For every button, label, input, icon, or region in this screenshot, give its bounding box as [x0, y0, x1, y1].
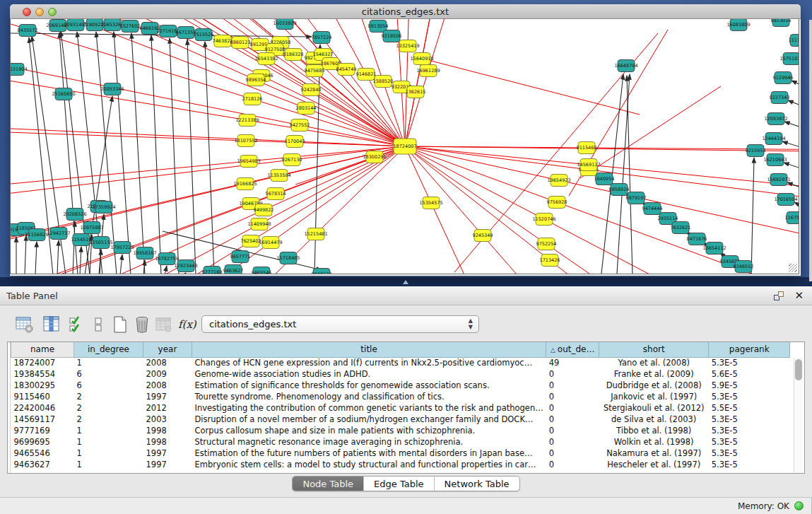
network-node[interactable]: 20531904	[11, 64, 28, 76]
new-table-icon[interactable]	[111, 315, 129, 334]
table-cell[interactable]: 2009	[143, 368, 192, 380]
table-cell[interactable]: Changes of HCN gene expression and I(f) …	[192, 357, 546, 368]
network-node[interactable]: 8940123	[312, 269, 332, 275]
table-row[interactable]: 1456911722003Disruption of a novel membe…	[11, 414, 790, 425]
table-cell[interactable]: 1	[74, 436, 143, 448]
table-cell[interactable]: Stergiakouli et al. (2012)	[599, 402, 709, 414]
table-cell[interactable]: 0	[546, 459, 599, 470]
table-row[interactable]: 1938455462009Genome-wide association stu…	[11, 368, 790, 380]
table-cell[interactable]: 1	[74, 448, 143, 459]
table-cell[interactable]: 1998	[143, 425, 192, 436]
table-cell[interactable]: 5.5E-5	[709, 402, 790, 414]
table-row[interactable]: 946362711997Embryonic stem cells: a mode…	[11, 459, 790, 470]
network-node[interactable]: 9465546	[252, 267, 272, 275]
network-node[interactable]: 9777169	[202, 267, 223, 275]
table-row[interactable]: 911546021997Tourette syndrome. Phenomeno…	[11, 391, 790, 402]
table-cell[interactable]: 1998	[143, 436, 192, 448]
network-node[interactable]: 6879197	[626, 192, 647, 204]
network-node[interactable]: 1588520	[373, 76, 394, 88]
table-cell[interactable]: Tourette syndrome. Phenomenology and cla…	[192, 391, 546, 402]
network-node[interactable]: 15718485	[276, 252, 300, 264]
table-cell[interactable]: 2	[74, 391, 143, 402]
network-node[interactable]: 8454749	[336, 64, 357, 76]
network-node[interactable]: 1713426	[540, 255, 560, 267]
network-node[interactable]: 14569117	[577, 159, 600, 171]
table-scrollbar-thumb[interactable]	[795, 359, 802, 380]
table-cell[interactable]: Franke et al. (2009)	[599, 368, 709, 380]
table-row[interactable]: 1830029562008Estimation of significance …	[11, 380, 790, 391]
window-title-bar[interactable]: citations_edges.txt	[10, 4, 801, 19]
network-node[interactable]: 15751074	[779, 53, 799, 65]
network-node[interactable]: 16033809	[273, 19, 296, 30]
network-node[interactable]: 16961289	[416, 65, 440, 77]
network-node[interactable]: 8471676	[687, 233, 707, 245]
network-node[interactable]: 1154519	[71, 234, 92, 246]
network-node[interactable]: 11156829	[25, 229, 48, 241]
network-node[interactable]: 9427552	[290, 119, 310, 132]
network-node[interactable]: 9218506	[382, 30, 402, 42]
network-node[interactable]: 15640910	[410, 53, 433, 65]
table-cell[interactable]: 2008	[143, 380, 192, 391]
table-cell[interactable]: Estimation of the future numbers of pati…	[192, 448, 546, 459]
network-node[interactable]: 12505135	[89, 237, 112, 249]
table-cell[interactable]: 5.3E-5	[709, 425, 790, 436]
table-cell[interactable]: Yano et al. (2008)	[599, 357, 709, 368]
network-node[interactable]: 15692971	[767, 174, 790, 186]
table-cell[interactable]: 9777169	[11, 425, 74, 436]
network-node[interactable]: 1117530	[789, 35, 799, 47]
table-cell[interactable]: 0	[546, 448, 599, 459]
table-cell[interactable]: 0	[546, 391, 599, 402]
table-cell[interactable]: Corpus callosum shape and size in male p…	[192, 425, 546, 436]
column-header-short[interactable]: short	[599, 342, 709, 357]
table-row[interactable]: 2242004622012Investigating the contribut…	[11, 402, 790, 414]
network-node[interactable]: 16914479	[259, 237, 282, 249]
network-node[interactable]: 11353594	[267, 170, 290, 182]
show-column-icon[interactable]	[42, 315, 61, 334]
network-node[interactable]: 9242848	[301, 84, 322, 96]
network-node[interactable]: 11520746	[532, 214, 555, 226]
network-node[interactable]: 2718126	[242, 93, 263, 105]
network-node[interactable]: 1167534	[785, 212, 799, 224]
network-node[interactable]: 7857224	[312, 32, 332, 44]
column-header-pagerank[interactable]: pagerank	[709, 342, 790, 357]
tab-edge-table[interactable]: Edge Table	[364, 477, 434, 491]
table-cell[interactable]: 0	[546, 425, 599, 436]
network-node[interactable]: 7515526	[194, 29, 214, 41]
table-cell[interactable]: 18724007	[11, 357, 74, 368]
network-node[interactable]: 2803144	[296, 103, 317, 115]
table-cell[interactable]: Dudbridge et al. (2008)	[599, 380, 709, 391]
network-node[interactable]: 9752254	[536, 238, 557, 250]
table-cell[interactable]: 6	[74, 368, 143, 380]
tab-network-table[interactable]: Network Table	[435, 477, 519, 491]
column-header-in_degree[interactable]: in_degree	[74, 342, 143, 357]
network-node[interactable]: 8186328	[283, 49, 304, 61]
table-cell[interactable]: de Silva et al. (2003)	[599, 414, 709, 425]
network-node[interactable]: 10654112	[702, 243, 726, 255]
network-node[interactable]: 20053346	[100, 83, 124, 95]
table-cell[interactable]: 1997	[143, 391, 192, 402]
tab-node-table[interactable]: Node Table	[293, 477, 364, 491]
network-node[interactable]: 10975887	[80, 222, 103, 234]
network-node[interactable]: 17359924	[92, 201, 115, 214]
table-cell[interactable]: 0	[546, 414, 599, 425]
network-node[interactable]: 16543382	[254, 53, 278, 65]
table-cell[interactable]: 5.3E-5	[709, 414, 790, 425]
network-node[interactable]: 19654983	[237, 156, 260, 168]
table-settings-icon[interactable]	[16, 315, 34, 334]
network-node[interactable]: 25160650	[52, 88, 75, 100]
network-node[interactable]: 11409948	[247, 218, 271, 230]
table-selector-dropdown[interactable]: citations_edges.txt ▲▼	[201, 315, 479, 333]
network-node[interactable]: 12213389	[235, 115, 259, 127]
table-cell[interactable]: 9463627	[11, 459, 74, 470]
network-node[interactable]: 18107552	[234, 135, 257, 147]
network-node[interactable]: 9475685	[305, 65, 325, 77]
network-node[interactable]: 13325419	[396, 40, 419, 52]
network-node[interactable]: 12093872	[764, 113, 787, 125]
import-table-icon[interactable]	[155, 315, 173, 334]
network-node[interactable]: 9267130	[282, 154, 302, 166]
network-node[interactable]: 12923448	[174, 260, 197, 272]
network-node[interactable]: 7625402	[241, 235, 261, 247]
table-cell[interactable]: 6	[74, 380, 143, 391]
network-node[interactable]: 1640954	[594, 173, 615, 185]
table-cell[interactable]: Tibbo et al. (1998)	[599, 425, 709, 436]
